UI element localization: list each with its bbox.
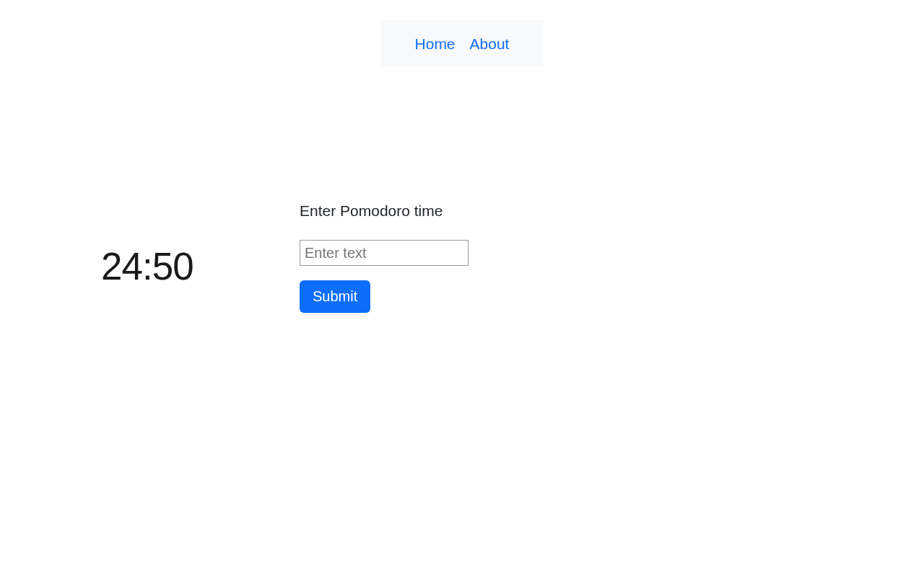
pomodoro-time-input[interactable] (300, 240, 468, 266)
navbar: Home About (380, 20, 544, 67)
nav-container: Home About (0, 0, 924, 67)
nav-link-home[interactable]: Home (415, 33, 456, 54)
pomodoro-label: Enter Pomodoro time (300, 202, 468, 220)
pomodoro-form: Enter Pomodoro time Submit (300, 202, 468, 313)
submit-button[interactable]: Submit (300, 280, 370, 313)
nav-link-about[interactable]: About (470, 33, 510, 54)
timer-display: 24:50 (101, 244, 193, 288)
